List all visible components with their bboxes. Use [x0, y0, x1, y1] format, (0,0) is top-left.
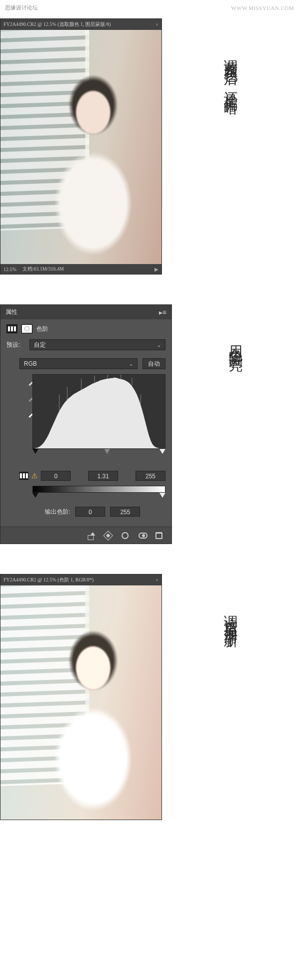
preset-select[interactable]: 自定 ⌄ — [29, 339, 165, 350]
output-gradient[interactable] — [32, 486, 165, 493]
photo-subject — [49, 628, 138, 811]
levels-adjustment-icon[interactable] — [6, 324, 17, 333]
auto-button[interactable]: 自动 — [143, 358, 165, 369]
document-tab[interactable]: FY2A4490.CR2 @ 12.5% (色阶 1, RGB/8*) — [3, 576, 151, 583]
status-docinfo: 文档:63.1M/316.4M — [22, 266, 64, 273]
photo-subject — [49, 72, 138, 255]
panel-title: 属性 — [5, 308, 17, 316]
input-black-slider[interactable] — [32, 449, 38, 454]
site-name: 思缘设计论坛 — [5, 4, 38, 11]
output-black-field[interactable]: 0 — [75, 507, 105, 517]
preset-value: 自定 — [34, 341, 46, 349]
delete-icon[interactable] — [155, 532, 164, 539]
caption-text: 调整颜色后，还是偏暗 — [219, 48, 242, 92]
input-gamma-slider[interactable] — [104, 449, 110, 454]
document-canvas[interactable] — [0, 585, 161, 820]
ps-document-window: FY2A4490.CR2 @ 12.5% (选取颜色 1, 图层蒙版/8) × … — [0, 18, 162, 275]
status-zoom[interactable]: 12.5% — [3, 267, 16, 272]
section-levels: 属性 ▸≡ 色阶 预设: 自定 ⌄ — [0, 299, 299, 569]
input-white-slider[interactable] — [159, 449, 165, 454]
document-statusbar: 12.5% 文档:63.1M/316.4M ▶ — [0, 264, 161, 274]
chevron-down-icon: ⌄ — [157, 342, 161, 348]
output-white-slider[interactable] — [159, 493, 165, 498]
document-tabbar: FY2A4490.CR2 @ 12.5% (选取颜色 1, 图层蒙版/8) × — [0, 19, 161, 30]
chevron-down-icon: ⌄ — [129, 361, 133, 367]
panel-titlebar: 属性 ▸≡ — [0, 305, 171, 319]
document-tab[interactable]: FY2A4490.CR2 @ 12.5% (选取颜色 1, 图层蒙版/8) — [3, 21, 151, 28]
properties-panel: 属性 ▸≡ 色阶 预设: 自定 ⌄ — [0, 304, 172, 544]
caption-text: 调这后更加清新了 — [219, 604, 242, 628]
layer-mask-icon[interactable] — [21, 324, 32, 333]
output-black-slider[interactable] — [32, 493, 38, 498]
reset-icon[interactable] — [122, 532, 131, 539]
document-canvas[interactable] — [0, 30, 161, 264]
channel-value: RGB — [24, 360, 37, 367]
panel-menu-icon[interactable]: ▸≡ — [159, 308, 166, 316]
channel-select[interactable]: RGB ⌄ — [19, 358, 138, 369]
close-icon[interactable]: × — [155, 577, 158, 583]
clip-to-layer-icon[interactable] — [88, 532, 97, 539]
adjustment-name: 色阶 — [36, 325, 48, 333]
ps-document-window: FY2A4490.CR2 @ 12.5% (色阶 1, RGB/8*) × — [0, 574, 162, 820]
caption-text: 用色阶调亮 — [224, 334, 247, 349]
site-url: WWW.MISSYUAN.COM — [231, 5, 294, 11]
document-tabbar: FY2A4490.CR2 @ 12.5% (色阶 1, RGB/8*) × — [0, 574, 161, 585]
input-white-field[interactable]: 255 — [136, 471, 165, 481]
levels-histogram[interactable] — [32, 374, 165, 449]
warning-icon[interactable]: ⚠ — [31, 472, 38, 480]
status-menu-icon[interactable]: ▶ — [154, 267, 158, 272]
preset-label: 预设: — [6, 341, 25, 349]
input-black-field[interactable]: 0 — [41, 471, 71, 481]
output-white-field[interactable]: 255 — [110, 507, 140, 517]
close-icon[interactable]: × — [155, 22, 158, 27]
input-gamma-field[interactable]: 1.31 — [88, 471, 118, 481]
output-label: 输出色阶: — [45, 508, 70, 516]
panel-footer — [0, 527, 171, 544]
toggle-visibility-icon[interactable] — [139, 533, 148, 539]
section-after: FY2A4490.CR2 @ 12.5% (色阶 1, RGB/8*) × 调这… — [0, 569, 299, 830]
watermark-row: 思缘设计论坛 WWW.MISSYUAN.COM — [0, 0, 299, 13]
histogram-icon — [19, 472, 28, 480]
view-previous-icon[interactable] — [105, 532, 114, 539]
section-before: FY2A4490.CR2 @ 12.5% (选取颜色 1, 图层蒙版/8) × … — [0, 13, 299, 299]
